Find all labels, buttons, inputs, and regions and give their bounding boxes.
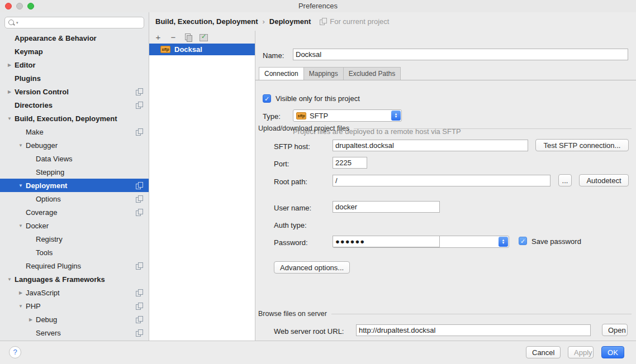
chevron-right-icon[interactable]: [4, 63, 15, 68]
web-server-root-url-input[interactable]: [356, 324, 591, 336]
tab-connection[interactable]: Connection: [259, 67, 304, 80]
tab-bar: Connection Mappings Excluded Paths: [255, 68, 636, 80]
name-input[interactable]: [293, 49, 628, 60]
window-title: Preferences: [0, 2, 636, 10]
tab-excluded-paths[interactable]: Excluded Paths: [343, 67, 401, 80]
port-input[interactable]: [333, 157, 367, 169]
sidebar-item-registry[interactable]: Registry: [0, 232, 149, 246]
chevron-down-icon[interactable]: [16, 143, 26, 148]
use-as-default-button[interactable]: [198, 32, 208, 42]
sidebar-item-make[interactable]: Make: [0, 125, 149, 138]
sidebar-item-php[interactable]: PHP: [0, 299, 149, 313]
open-button[interactable]: Open: [602, 324, 628, 336]
settings-tree: Appearance & Behavior Keymap Editor Plug…: [0, 31, 149, 339]
sidebar-item-coverage[interactable]: Coverage: [0, 205, 149, 219]
web-server-root-url-label: Web server root URL:: [274, 327, 344, 336]
chevron-down-icon[interactable]: [16, 183, 26, 188]
chevron-down-icon[interactable]: [16, 304, 26, 309]
type-label: Type:: [263, 112, 281, 121]
sidebar-item-tools[interactable]: Tools: [0, 246, 149, 259]
breadcrumb: Build, Execution, Deployment › Deploymen…: [149, 12, 636, 31]
chevron-down-icon[interactable]: [4, 277, 15, 282]
per-project-icon: [136, 182, 143, 189]
type-dropdown[interactable]: sftp SFTP ▲▼: [293, 109, 402, 122]
sidebar-item-servers[interactable]: Servers: [0, 326, 149, 339]
ok-button[interactable]: OK: [601, 346, 624, 358]
tab-mappings[interactable]: Mappings: [303, 67, 344, 80]
password-label: Password:: [274, 238, 308, 247]
per-project-icon: [136, 102, 143, 109]
server-list-toolbar: + −: [149, 31, 255, 44]
name-label: Name:: [263, 51, 284, 60]
cancel-button[interactable]: Cancel: [526, 346, 561, 358]
apply-button[interactable]: Apply: [568, 346, 594, 358]
server-item-label: Docksal: [174, 45, 202, 54]
sidebar-item-debugger[interactable]: Debugger: [0, 138, 149, 152]
help-button[interactable]: ?: [9, 346, 21, 358]
sidebar-item-docker[interactable]: Docker: [0, 219, 149, 232]
sidebar-item-build-execution-deployment[interactable]: Build, Execution, Deployment: [0, 112, 149, 125]
sftp-icon: sftp: [296, 112, 306, 119]
per-project-icon: [136, 195, 143, 203]
sftp-host-label: SFTP host:: [274, 142, 310, 151]
per-project-icon: [136, 88, 143, 95]
deployment-form: Name: Connection Mappings Excluded Paths…: [255, 31, 636, 341]
sidebar-item-appearance-behavior[interactable]: Appearance & Behavior: [0, 31, 149, 45]
search-icon: [8, 19, 16, 27]
auth-type-label: Auth type:: [274, 221, 307, 229]
sidebar-item-directories[interactable]: Directories: [0, 98, 149, 112]
dropdown-stepper-icon: ▲▼: [391, 111, 401, 121]
remove-button[interactable]: −: [168, 32, 178, 42]
chevron-down-icon[interactable]: ▾: [16, 21, 18, 25]
chevron-right-icon[interactable]: [26, 317, 36, 322]
divider: [354, 128, 632, 129]
preferences-window: Preferences ▾ Appearance & Behavior Keym…: [0, 0, 636, 364]
visible-only-label: Visible only for this project: [276, 94, 360, 103]
sidebar-item-options[interactable]: Options: [0, 192, 149, 205]
sidebar-item-version-control[interactable]: Version Control: [0, 85, 149, 98]
per-project-icon: [136, 128, 143, 136]
per-project-icon: [136, 329, 143, 337]
autodetect-button[interactable]: Autodetect: [579, 174, 629, 186]
breadcrumb-build-execution-deployment[interactable]: Build, Execution, Deployment: [155, 17, 258, 26]
sidebar-item-editor[interactable]: Editor: [0, 58, 149, 71]
add-button[interactable]: +: [153, 32, 163, 42]
per-project-icon: [136, 316, 143, 323]
sftp-host-input[interactable]: [333, 140, 528, 151]
root-path-input[interactable]: [333, 175, 550, 186]
sidebar-item-stepping[interactable]: Stepping: [0, 165, 149, 179]
breadcrumb-separator: ›: [262, 17, 264, 26]
save-password-checkbox[interactable]: ✓: [519, 237, 527, 245]
user-name-input[interactable]: [333, 201, 440, 213]
password-input[interactable]: [333, 236, 440, 247]
type-value: SFTP: [310, 112, 328, 120]
per-project-icon: [136, 289, 143, 296]
chevron-down-icon[interactable]: [16, 223, 26, 228]
sidebar-item-debug[interactable]: Debug: [0, 313, 149, 326]
sidebar-item-javascript[interactable]: JavaScript: [0, 286, 149, 299]
sidebar-item-required-plugins[interactable]: Required Plugins: [0, 259, 149, 272]
dialog-footer: ? Cancel Apply OK: [0, 341, 636, 364]
scope-label: For current project: [330, 17, 389, 26]
advanced-options-button[interactable]: Advanced options...: [274, 261, 350, 274]
use-as-default-icon: [200, 33, 207, 41]
per-project-icon: [320, 18, 327, 25]
settings-sidebar: ▾ Appearance & Behavior Keymap Editor Pl…: [0, 12, 149, 341]
copy-icon: [185, 33, 192, 41]
test-sftp-connection-button[interactable]: Test SFTP connection...: [535, 139, 629, 151]
divider: [331, 314, 632, 314]
copy-button[interactable]: [183, 32, 193, 42]
sidebar-item-keymap[interactable]: Keymap: [0, 45, 149, 58]
title-bar: Preferences: [0, 0, 636, 12]
visible-only-checkbox[interactable]: ✓: [263, 94, 271, 103]
chevron-right-icon[interactable]: [16, 290, 26, 295]
browse-root-path-button[interactable]: ...: [558, 174, 572, 186]
sidebar-item-plugins[interactable]: Plugins: [0, 71, 149, 85]
sidebar-item-deployment[interactable]: Deployment: [0, 179, 149, 192]
server-list-item-docksal[interactable]: sftp Docksal: [149, 44, 255, 55]
sidebar-item-languages-frameworks[interactable]: Languages & Frameworks: [0, 272, 149, 286]
search-input[interactable]: ▾: [4, 17, 144, 28]
chevron-down-icon[interactable]: [4, 116, 15, 121]
chevron-right-icon[interactable]: [4, 89, 15, 94]
sidebar-item-data-views[interactable]: Data Views: [0, 152, 149, 165]
